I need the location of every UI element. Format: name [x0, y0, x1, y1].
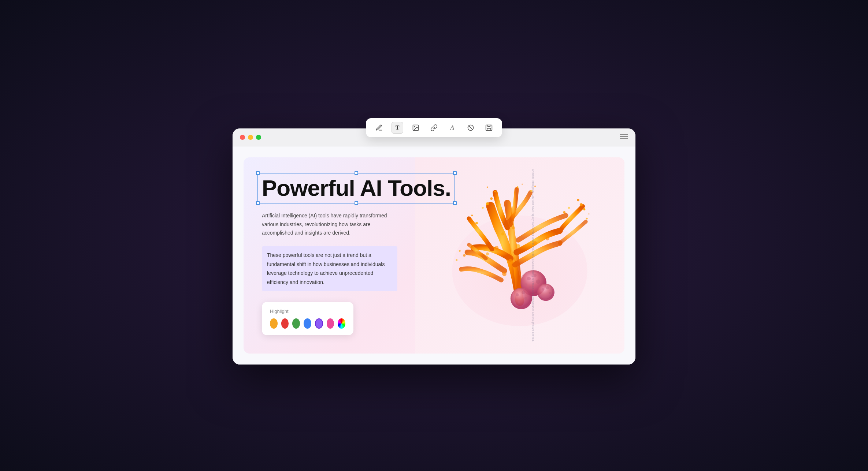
minimize-button[interactable]	[248, 135, 253, 140]
color-pink[interactable]	[327, 318, 334, 329]
traffic-lights	[240, 135, 261, 140]
color-orange[interactable]	[270, 318, 278, 329]
color-red[interactable]	[281, 318, 289, 329]
image-tool[interactable]	[410, 122, 422, 134]
handle-bottom-middle[interactable]	[355, 201, 358, 205]
main-title: Powerful AI Tools.	[262, 176, 451, 201]
handle-top-middle[interactable]	[355, 171, 358, 175]
text-tool[interactable]: T	[392, 122, 403, 134]
handle-bottom-right[interactable]	[453, 201, 457, 205]
toolbar: T A	[366, 118, 502, 137]
body-text: Artificial Intelligence (AI) tools have …	[262, 212, 401, 238]
color-green[interactable]	[292, 318, 300, 329]
slide-left: Powerful AI Tools. Artificial Intelligen…	[262, 176, 606, 336]
highlight-label: Highlight	[270, 309, 345, 314]
svg-rect-4	[486, 125, 492, 130]
highlight-picker: Highlight	[262, 302, 353, 335]
color-purple[interactable]	[315, 318, 323, 329]
save-tool[interactable]	[483, 122, 495, 134]
highlighted-text: These powerful tools are not just a tren…	[262, 246, 397, 291]
browser-window: Powerful AI Tools. Artificial Intelligen…	[233, 128, 635, 365]
svg-line-3	[468, 126, 473, 130]
browser-content: Powerful AI Tools. Artificial Intelligen…	[233, 146, 635, 365]
slash-tool[interactable]	[465, 122, 476, 134]
title-container: Powerful AI Tools.	[262, 176, 451, 201]
pen-tool[interactable]	[373, 122, 385, 134]
link-tool[interactable]	[428, 122, 440, 134]
font-style-tool[interactable]: A	[446, 122, 458, 134]
svg-point-1	[414, 126, 415, 127]
color-swatches	[270, 318, 345, 329]
svg-rect-5	[487, 128, 491, 130]
maximize-button[interactable]	[256, 135, 261, 140]
browser-menu-icon[interactable]	[620, 134, 628, 141]
close-button[interactable]	[240, 135, 245, 140]
color-blue[interactable]	[304, 318, 311, 329]
slide-card: Powerful AI Tools. Artificial Intelligen…	[244, 157, 624, 354]
handle-bottom-left[interactable]	[256, 201, 260, 205]
handle-top-left[interactable]	[256, 171, 260, 175]
color-rainbow[interactable]	[338, 318, 345, 329]
